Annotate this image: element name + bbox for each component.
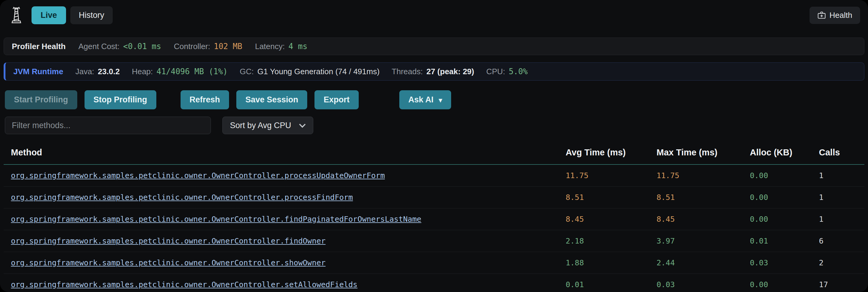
method-link[interactable]: org.springframework.samples.petclinic.ow… [11,280,358,289]
heap-label: Heap: [132,67,153,76]
stop-profiling-button[interactable]: Stop Profiling [85,90,156,109]
caret-down-icon: ▾ [439,96,442,104]
avg-time-value: 8.51 [566,193,584,202]
cpu-label: CPU: [486,67,505,76]
table-header-row: Method Avg Time (ms) Max Time (ms) Alloc… [4,141,864,164]
calls-column-header: Calls [819,141,864,164]
java-metric: Java: 23.0.2 [75,67,120,76]
method-link[interactable]: org.springframework.samples.petclinic.ow… [11,171,385,180]
calls-value: 17 [819,280,828,289]
agent-cost-value: <0.01 ms [123,42,161,51]
controller-value: 102 MB [214,42,242,51]
threads-value: 27 (peak: 29) [426,67,474,76]
method-link[interactable]: org.springframework.samples.petclinic.ow… [11,258,326,267]
cpu-value: 5.0% [509,67,528,76]
save-session-button[interactable]: Save Session [236,90,307,109]
sort-select[interactable]: Sort by Avg CPU [222,117,313,134]
avg-time-value: 0.01 [566,280,584,289]
health-label: Health [830,10,852,20]
ask-ai-dropdown-button[interactable]: Ask AI ▾ [399,90,452,109]
view-switcher: Live History [32,6,113,24]
avg-time-value: 1.88 [566,258,584,267]
lighthouse-logo-icon [8,5,25,25]
start-profiling-button[interactable]: Start Profiling [5,90,77,109]
method-column-header: Method [4,141,566,164]
alloc-value: 0.03 [750,258,768,267]
filter-methods-input[interactable] [5,117,211,134]
refresh-button[interactable]: Refresh [181,90,229,109]
latency-label: Latency: [255,42,285,51]
max-time-column-header: Max Time (ms) [656,141,750,164]
alloc-value: 0.00 [750,193,768,202]
controller-metric: Controller: 102 MB [174,42,242,51]
medkit-icon [817,11,826,19]
latency-value: 4 ms [288,42,308,51]
history-tab[interactable]: History [70,6,113,24]
java-label: Java: [75,67,94,76]
chevron-down-icon [299,123,306,128]
heap-metric: Heap: 41/4096 MB (1%) [132,67,227,76]
jvm-runtime-title: JVM Runtime [13,67,63,76]
max-time-value: 8.51 [656,193,675,202]
gc-label: GC: [240,67,254,76]
table-row: org.springframework.samples.petclinic.ow… [4,186,864,208]
threads-label: Threads: [392,67,423,76]
profiler-health-bar: Profiler Health Agent Cost: <0.01 ms Con… [4,38,864,55]
calls-value: 6 [819,236,824,245]
max-time-value: 2.44 [656,258,675,267]
gc-value: G1 Young Generation (74 / 491ms) [257,67,380,76]
latency-metric: Latency: 4 ms [255,42,308,51]
jvm-runtime-bar: JVM Runtime Java: 23.0.2 Heap: 41/4096 M… [4,62,864,80]
table-row: org.springframework.samples.petclinic.ow… [4,252,864,273]
health-button[interactable]: Health [809,7,860,24]
avg-time-value: 11.75 [566,171,588,180]
heap-value: 41/4096 MB (1%) [157,67,228,76]
calls-value: 1 [819,193,824,202]
gc-metric: GC: G1 Young Generation (74 / 491ms) [240,67,380,76]
method-link[interactable]: org.springframework.samples.petclinic.ow… [11,193,353,202]
table-row: org.springframework.samples.petclinic.ow… [4,208,864,230]
controller-label: Controller: [174,42,210,51]
calls-value: 2 [819,258,824,267]
max-time-value: 8.45 [656,215,675,224]
profiler-app: Live History Health Profiler Health Agen… [0,0,868,292]
table-row: org.springframework.samples.petclinic.ow… [4,164,864,186]
cpu-metric: CPU: 5.0% [486,67,528,76]
table-row: org.springframework.samples.petclinic.ow… [4,273,864,292]
ask-ai-label: Ask AI [408,95,434,104]
agent-cost-metric: Agent Cost: <0.01 ms [79,42,161,51]
alloc-column-header: Alloc (KB) [750,141,819,164]
action-toolbar: Start Profiling Stop Profiling Refresh S… [4,90,864,109]
java-value: 23.0.2 [98,67,120,76]
export-button[interactable]: Export [314,90,359,109]
alloc-value: 0.00 [750,280,768,289]
top-bar: Live History Health [4,0,864,30]
calls-value: 1 [819,215,824,224]
methods-table: Method Avg Time (ms) Max Time (ms) Alloc… [4,141,864,292]
max-time-value: 3.97 [656,236,675,245]
avg-time-value: 2.18 [566,236,584,245]
avg-time-column-header: Avg Time (ms) [566,141,656,164]
live-tab[interactable]: Live [32,6,66,24]
calls-value: 1 [819,171,824,180]
profiler-health-title: Profiler Health [12,42,66,51]
method-link[interactable]: org.springframework.samples.petclinic.ow… [11,215,422,224]
method-link[interactable]: org.springframework.samples.petclinic.ow… [11,236,326,245]
max-time-value: 0.03 [656,280,675,289]
threads-metric: Threads: 27 (peak: 29) [392,67,474,76]
alloc-value: 0.00 [750,215,768,224]
alloc-value: 0.01 [750,236,768,245]
filter-row: Sort by Avg CPU [4,117,864,134]
sort-select-value: Sort by Avg CPU [230,121,291,130]
alloc-value: 0.00 [750,171,768,180]
avg-time-value: 8.45 [566,215,584,224]
table-row: org.springframework.samples.petclinic.ow… [4,230,864,252]
agent-cost-label: Agent Cost: [79,42,120,51]
max-time-value: 11.75 [656,171,679,180]
